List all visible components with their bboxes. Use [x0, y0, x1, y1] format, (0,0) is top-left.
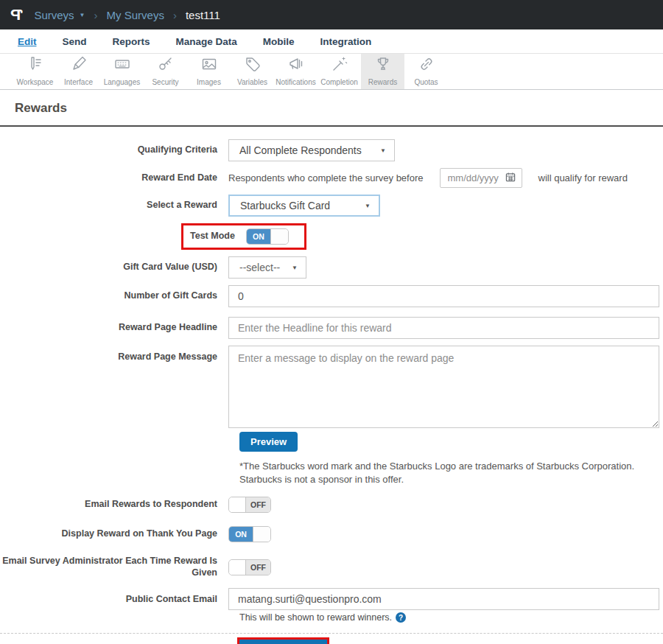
save-red-annotation: Save Changes — [237, 637, 329, 644]
toolbar-item-languages[interactable]: Languages — [100, 54, 144, 89]
magic-wand-icon — [331, 55, 348, 76]
chevron-down-icon: ▼ — [380, 147, 386, 154]
reward-end-date-label: Reward End Date — [0, 172, 228, 184]
message-textarea[interactable] — [228, 346, 659, 428]
preview-row: Preview — [239, 432, 663, 452]
divider — [0, 125, 663, 127]
toggle-knob — [270, 229, 288, 244]
dashed-divider — [0, 633, 663, 634]
message-row: Reward Page Message — [0, 346, 663, 428]
test-mode-label: Test Mode — [190, 231, 235, 242]
toolbar-item-images[interactable]: Images — [187, 54, 231, 89]
gift-card-value-row: Gift Card Value (USD) --select-- ▼ — [0, 256, 663, 279]
public-email-label: Public Contact Email — [0, 594, 228, 606]
chevron-down-icon: ▼ — [292, 265, 298, 271]
num-gift-cards-label: Number of Gift Cards — [0, 290, 228, 302]
email-rewards-toggle[interactable]: OFF — [228, 497, 271, 513]
tab-mobile[interactable]: Mobile — [263, 36, 295, 47]
select-reward-label: Select a Reward — [0, 200, 228, 211]
tab-manage-data[interactable]: Manage Data — [176, 36, 237, 47]
select-reward-select[interactable]: Starbucks Gift Card ▼ — [228, 195, 380, 217]
toolbar-item-security[interactable]: Security — [144, 54, 187, 89]
test-mode-toggle[interactable]: ON — [246, 228, 289, 245]
starbucks-disclaimer-text: *The Starbucks word mark and the Starbuc… — [239, 460, 659, 486]
toolbar-item-notifications[interactable]: Notifications — [274, 54, 318, 89]
toolbar-item-rewards[interactable]: Rewards — [361, 54, 404, 89]
num-gift-cards-input[interactable] — [228, 285, 659, 307]
public-email-input[interactable] — [228, 588, 659, 610]
end-date-prefix-text: Respondents who complete the survey befo… — [228, 172, 424, 183]
top-header: Ƥ Surveys ▼ › My Surveys › test111 — [0, 0, 663, 29]
tab-send[interactable]: Send — [63, 36, 87, 47]
toggle-knob — [229, 497, 246, 512]
toggle-knob — [253, 527, 270, 542]
rewards-form: Qualifying Criteria All Complete Respond… — [0, 139, 663, 644]
tab-integration[interactable]: Integration — [320, 36, 372, 47]
toolbar-item-workspace[interactable]: Workspace — [13, 54, 57, 89]
email-rewards-label: Email Rewards to Respondent — [0, 499, 228, 511]
display-reward-row: Display Reward on Thank You Page ON — [0, 526, 663, 542]
display-reward-toggle[interactable]: ON — [228, 526, 271, 542]
qualifying-criteria-row: Qualifying Criteria All Complete Respond… — [0, 139, 663, 161]
public-email-helper: This will be shown to reward winners. ? — [239, 612, 659, 623]
toolbar-item-completion[interactable]: Completion — [318, 54, 361, 89]
breadcrumb-current-survey: test111 — [186, 9, 220, 21]
edit-toolbar: Workspace Interface Languages Security I… — [0, 54, 663, 90]
toggle-knob — [229, 560, 246, 575]
qualifying-criteria-select[interactable]: All Complete Respondents ▼ — [228, 139, 395, 161]
breadcrumb-my-surveys[interactable]: My Surveys — [107, 9, 164, 21]
gift-card-value-label: Gift Card Value (USD) — [0, 262, 228, 273]
breadcrumb-separator: › — [173, 9, 177, 21]
headline-label: Reward Page Headline — [0, 322, 228, 334]
chevron-down-icon: ▼ — [80, 12, 85, 18]
test-mode-red-annotation: Test Mode ON — [181, 223, 306, 250]
chain-link-icon — [418, 55, 435, 76]
reward-end-date-input[interactable] — [448, 172, 501, 183]
display-reward-label: Display Reward on Thank You Page — [0, 528, 228, 540]
email-rewards-row: Email Rewards to Respondent OFF — [0, 497, 663, 513]
toolbar-item-interface[interactable]: Interface — [57, 54, 100, 89]
trophy-icon — [374, 55, 392, 76]
reward-end-date-input-wrap — [440, 168, 522, 188]
save-changes-button[interactable]: Save Changes — [239, 640, 327, 644]
calendar-icon[interactable] — [505, 172, 516, 185]
keyboard-icon — [113, 55, 131, 76]
image-icon — [200, 55, 218, 76]
pen-icon — [70, 55, 88, 76]
main-nav: Edit Send Reports Manage Data Mobile Int… — [0, 29, 663, 54]
select-reward-row: Select a Reward Starbucks Gift Card ▼ — [0, 195, 663, 217]
breadcrumb-surveys-menu[interactable]: Surveys ▼ — [34, 9, 85, 21]
headline-input[interactable] — [228, 317, 659, 339]
help-question-icon[interactable]: ? — [396, 612, 406, 623]
pen-list-icon — [27, 55, 44, 76]
end-date-suffix-text: will qualify for reward — [539, 172, 628, 183]
headline-row: Reward Page Headline — [0, 317, 663, 339]
breadcrumb-separator: › — [94, 9, 98, 21]
test-mode-row: Test Mode ON — [0, 223, 663, 250]
public-email-row: Public Contact Email — [0, 588, 663, 610]
tab-reports[interactable]: Reports — [113, 36, 150, 47]
reward-end-date-row: Reward End Date Respondents who complete… — [0, 168, 663, 188]
questionpro-logo-icon: Ƥ — [10, 6, 22, 24]
num-gift-cards-row: Number of Gift Cards — [0, 285, 663, 307]
key-icon — [157, 55, 175, 76]
megaphone-icon — [287, 55, 305, 76]
chevron-down-icon: ▼ — [365, 203, 371, 209]
tag-icon — [244, 55, 262, 76]
gift-card-value-select[interactable]: --select-- ▼ — [228, 256, 306, 279]
preview-button[interactable]: Preview — [239, 432, 298, 452]
email-admin-label: Email Survey Administrator Each Time Rew… — [0, 556, 228, 578]
qualifying-criteria-label: Qualifying Criteria — [0, 144, 228, 156]
toolbar-item-quotas[interactable]: Quotas — [404, 54, 448, 89]
message-label: Reward Page Message — [0, 346, 228, 363]
toolbar-item-variables[interactable]: Variables — [231, 54, 274, 89]
page-title: Rewards — [15, 101, 663, 116]
email-admin-toggle[interactable]: OFF — [228, 559, 271, 575]
tab-edit[interactable]: Edit — [18, 36, 37, 47]
email-admin-row: Email Survey Administrator Each Time Rew… — [0, 556, 663, 578]
